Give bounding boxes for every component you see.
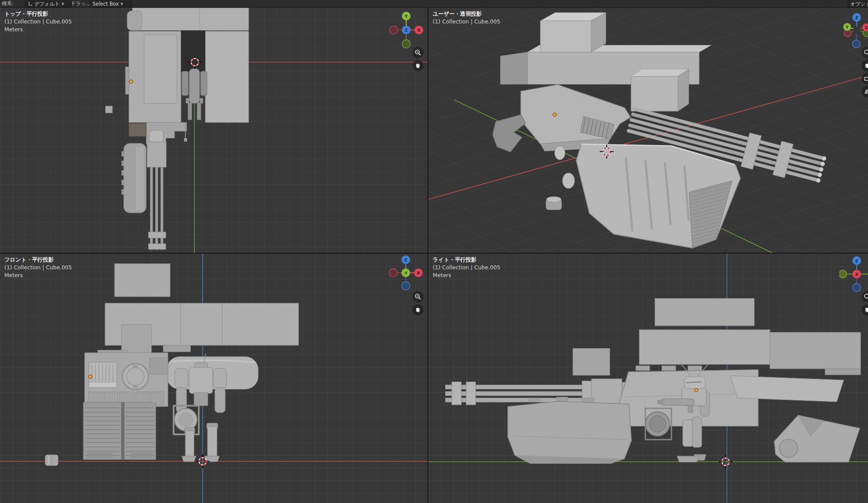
navigation-gizmo[interactable]: Y X Z <box>389 8 424 52</box>
svg-text:Z: Z <box>855 259 858 263</box>
tank-model-top-view[interactable] <box>105 8 249 250</box>
gatling-barrels-side <box>445 379 630 407</box>
viewport-top-left[interactable]: トップ・平行投影 (1) Collection | Cube.005 Meter… <box>0 8 427 253</box>
hand-icon <box>864 306 868 313</box>
pan-button[interactable] <box>412 60 424 71</box>
viewport-canvas-top[interactable] <box>0 8 427 253</box>
gizmo-axis-neg-x[interactable] <box>389 269 398 277</box>
svg-text:-Y: -Y <box>404 271 408 275</box>
svg-text:Z: Z <box>404 258 408 262</box>
svg-text:X: X <box>418 28 421 33</box>
viewport-canvas-front[interactable] <box>0 254 427 503</box>
gizmo-axis-neg-y[interactable] <box>402 40 411 48</box>
viewport-top-right[interactable]: ユーザー・透視投影 (1) Collection | Cube.005 Y X … <box>428 8 868 253</box>
orientation-label: 標系: <box>2 0 13 7</box>
zoom-button[interactable] <box>412 47 424 58</box>
options-button[interactable]: オプション <box>848 0 868 7</box>
svg-text:Y: Y <box>845 25 849 30</box>
gizmo-axis-neg-z[interactable] <box>853 284 861 292</box>
viewport-bottom-left[interactable]: フロント・平行投影 (1) Collection | Cube.005 Mete… <box>0 254 427 503</box>
hand-icon <box>414 306 421 313</box>
select-tool-value: Select Box <box>92 1 119 7</box>
orientation-value: デフォルト <box>34 1 60 7</box>
svg-text:X: X <box>855 272 858 277</box>
tool-settings-bar: 標系: デフォルト ▼ ドラッ... Select Box ▼ オプション <box>0 0 868 8</box>
chevron-down-icon: ▼ <box>121 1 123 7</box>
magnifier-icon <box>414 293 421 300</box>
svg-text:X: X <box>865 26 868 30</box>
pan-button[interactable] <box>412 304 424 315</box>
viewport-bottom-right[interactable]: ライト・平行投影 (1) Collection | Cube.005 Meter… <box>428 254 868 503</box>
mech-model-front-view <box>174 353 227 462</box>
gizmo-axis-neg-z[interactable] <box>852 40 860 48</box>
chevron-down-icon: ▼ <box>62 1 64 7</box>
select-tool-dropdown[interactable]: Select Box ▼ <box>90 0 132 7</box>
tank-model-right-view[interactable] <box>445 298 861 463</box>
tank-model-front-view[interactable] <box>45 264 299 466</box>
object-origin[interactable] <box>129 80 133 83</box>
gizmo-axis-neg-y[interactable] <box>839 270 847 278</box>
object-origin[interactable] <box>89 375 92 378</box>
viewport-canvas-perspective[interactable] <box>428 8 868 253</box>
magnifier-icon <box>414 49 421 56</box>
gizmo-axis-neg-x[interactable] <box>390 26 398 34</box>
tweak-tool-icon <box>27 1 33 7</box>
zoom-button[interactable] <box>412 291 424 302</box>
magnifier-icon <box>864 293 868 300</box>
svg-text:Z: Z <box>405 28 408 33</box>
hand-icon <box>414 62 421 69</box>
navigation-gizmo[interactable]: Z X -Y <box>388 254 423 297</box>
object-origin[interactable] <box>694 388 698 392</box>
viewport-canvas-right[interactable] <box>428 254 868 503</box>
drag-label: ドラッ... <box>71 0 91 7</box>
svg-text:Z: Z <box>855 16 858 20</box>
transform-orientation-dropdown[interactable]: デフォルト ▼ <box>25 0 72 7</box>
hand-icon <box>864 62 868 69</box>
svg-text:X: X <box>417 271 420 275</box>
gizmo-axis-neg-z[interactable] <box>402 282 410 290</box>
object-origin[interactable] <box>553 113 556 116</box>
camera-icon <box>864 75 868 82</box>
perspective-grid-icon <box>864 88 868 95</box>
navigation-gizmo[interactable]: Z X <box>839 254 868 297</box>
blender-quad-view-screen: { "toolbar": { "orientation_label": "標系:… <box>0 0 868 503</box>
svg-text:Y: Y <box>404 14 408 19</box>
magnifier-icon <box>864 49 868 56</box>
navigation-gizmo[interactable]: Y X Z <box>839 8 868 52</box>
